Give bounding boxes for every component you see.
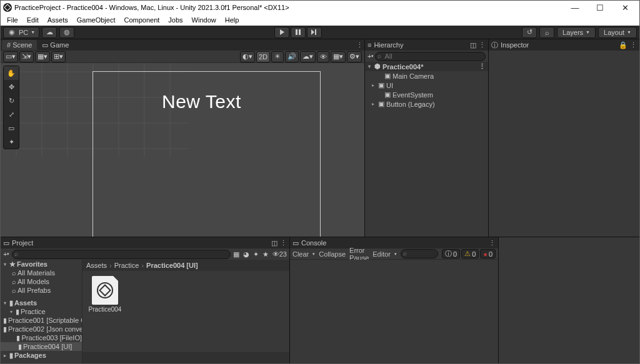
console-editor-dropdown[interactable]: Editor xyxy=(372,250,391,258)
warn-count-badge[interactable]: ⚠0 xyxy=(461,249,479,258)
canvas-text-object[interactable]: New Text xyxy=(162,91,241,112)
fav-all-prefabs[interactable]: ⌕All Prefabs xyxy=(1,286,82,295)
hierarchy-item-main-camera[interactable]: ▣ Main Camera xyxy=(365,71,488,81)
shading-mode-button[interactable]: ◐▾ xyxy=(240,51,255,62)
tab-scene[interactable]: #Scene xyxy=(2,40,37,50)
packages-header[interactable]: ▸▮Packages xyxy=(1,351,82,360)
error-count-badge[interactable]: ●0 xyxy=(480,249,496,258)
hierarchy-panel: ≡Hierarchy ◫⋮ +▾ All ▾ ⬢ Practice004* ⋮ xyxy=(365,39,489,237)
visibility-toggle[interactable]: 👁 xyxy=(317,51,329,62)
hierarchy-item-eventsystem[interactable]: ▣ EventSystem xyxy=(365,90,488,99)
step-button[interactable] xyxy=(307,27,322,38)
move-tool[interactable]: ✥ xyxy=(4,80,19,94)
audio-toggle[interactable]: 🔊 xyxy=(285,51,299,62)
rotate-tool[interactable]: ↻ xyxy=(4,94,19,107)
create-dropdown[interactable]: +▾ xyxy=(368,52,374,60)
pivot-button[interactable]: ⇲▾ xyxy=(19,51,34,62)
rect-tool[interactable]: ▭ xyxy=(4,121,19,135)
panel-maximize-icon[interactable]: ◫ xyxy=(271,239,278,247)
hidden-count-icon[interactable]: 👁23 xyxy=(272,250,287,258)
crumb-assets[interactable]: Assets xyxy=(86,262,107,269)
maximize-button[interactable]: ☐ xyxy=(592,2,608,13)
2d-toggle[interactable]: 2D xyxy=(256,51,270,62)
console-title: Console xyxy=(301,239,326,247)
context-menu-icon[interactable]: ⋮ xyxy=(489,239,496,247)
grid-snap-button[interactable]: ▦▾ xyxy=(35,51,50,62)
hierarchy-tree: ▾ ⬢ Practice004* ⋮ ▣ Main Camera ▸ ▣ UI xyxy=(365,62,488,237)
project-search[interactable] xyxy=(12,250,230,259)
tool-handle-button[interactable]: ▭▾ xyxy=(3,51,18,62)
folder-practice001[interactable]: ▮Practice001 [Scriptable O xyxy=(1,316,82,325)
folder-practice002[interactable]: ▮Practice002 [Json conve xyxy=(1,325,82,333)
gizmos-button[interactable]: ⚙▾ xyxy=(347,51,362,62)
context-menu-icon[interactable]: ⋮ xyxy=(479,41,486,49)
hand-tool[interactable]: ✋ xyxy=(4,66,19,80)
close-button[interactable]: ✕ xyxy=(617,2,633,13)
scale-tool[interactable]: ⤢ xyxy=(4,107,19,121)
search-scope-icon[interactable]: ▦ xyxy=(233,250,239,258)
console-clear-button[interactable]: Clear xyxy=(292,250,309,258)
gameobject-icon: ▣ xyxy=(384,91,391,99)
folder-icon: ▮ xyxy=(9,352,13,360)
asset-scene-practice004[interactable]: Practice004 xyxy=(88,276,122,313)
folder-practice004[interactable]: ▮Practice004 [UI] xyxy=(1,342,82,351)
transform-tool[interactable]: ✦ xyxy=(4,135,19,149)
layers-dropdown[interactable]: Layers▼ xyxy=(557,27,596,38)
hierarchy-scene-row[interactable]: ▾ ⬢ Practice004* ⋮ xyxy=(365,62,488,71)
project-create-dropdown[interactable]: +▾ xyxy=(3,250,9,258)
menu-file[interactable]: File xyxy=(3,16,22,24)
menu-jobs[interactable]: Jobs xyxy=(164,16,186,24)
layout-dropdown[interactable]: Layout▼ xyxy=(598,27,637,38)
snap-increment-button[interactable]: ⊞▾ xyxy=(51,51,66,62)
fx-toggle[interactable]: ☁▾ xyxy=(300,51,316,62)
menu-gameobject[interactable]: GameObject xyxy=(73,16,119,24)
assets-header[interactable]: ▾▮Assets xyxy=(1,298,82,307)
lock-icon[interactable]: 🔒 xyxy=(619,41,628,49)
fav-all-materials[interactable]: ⌕All Materials xyxy=(1,268,82,277)
camera-button[interactable]: ▦▾ xyxy=(331,51,346,62)
info-count-badge[interactable]: ⓘ0 xyxy=(442,249,460,258)
menu-assets[interactable]: Assets xyxy=(44,16,72,24)
console-errorpause-button[interactable]: Error Pause xyxy=(349,247,369,262)
hierarchy-search[interactable]: All xyxy=(375,52,486,61)
console-icon: ▭ xyxy=(292,239,299,247)
hierarchy-item-ui[interactable]: ▸ ▣ UI xyxy=(365,81,488,90)
camera-icon: ▣ xyxy=(384,72,391,80)
menu-component[interactable]: Component xyxy=(120,16,163,24)
favorites-header[interactable]: ▾★Favorites xyxy=(1,260,82,268)
favorite-icon[interactable]: ★ xyxy=(262,250,269,258)
crumb-practice[interactable]: Practice xyxy=(114,262,139,269)
project-breadcrumb: Assets › Practice › Practice004 [UI] xyxy=(82,260,289,271)
play-button[interactable] xyxy=(274,27,289,38)
menu-help[interactable]: Help xyxy=(221,16,243,24)
menu-window[interactable]: Window xyxy=(188,16,220,24)
menu-edit[interactable]: Edit xyxy=(23,16,42,24)
context-menu-icon[interactable]: ⋮ xyxy=(356,41,363,49)
panel-maximize-icon[interactable]: ◫ xyxy=(470,41,476,49)
lighting-toggle[interactable]: ☀ xyxy=(271,51,284,62)
console-search[interactable] xyxy=(401,249,438,258)
menubar: File Edit Assets GameObject Component Jo… xyxy=(1,14,639,26)
folder-practice003[interactable]: ▮Practice003 [FileIO] xyxy=(1,333,82,342)
scene-context-icon[interactable]: ⋮ xyxy=(479,62,488,71)
console-collapse-button[interactable]: Collapse xyxy=(319,250,346,258)
tab-game[interactable]: ▭Game xyxy=(37,40,74,51)
services-button[interactable]: ◍ xyxy=(59,27,74,38)
account-button[interactable]: ◉PC▼ xyxy=(3,27,39,38)
hierarchy-item-button[interactable]: ▸ ▣ Button (Legacy) xyxy=(365,99,488,109)
fav-all-models[interactable]: ⌕All Models xyxy=(1,277,82,286)
pause-button[interactable] xyxy=(291,27,306,38)
cloud-button[interactable]: ☁ xyxy=(42,27,57,38)
scene-viewport[interactable]: New Text ✋ ✥ ↻ ⤢ ▭ ✦ xyxy=(1,63,364,237)
context-menu-icon[interactable]: ⋮ xyxy=(280,239,287,247)
filter-tag-icon[interactable]: ✦ xyxy=(253,250,259,258)
undo-history-button[interactable]: ↺ xyxy=(522,27,537,38)
minimize-button[interactable]: — xyxy=(567,2,583,13)
crumb-current[interactable]: Practice004 [UI] xyxy=(146,262,198,269)
filter-icon[interactable]: ◕ xyxy=(243,250,249,258)
context-menu-icon[interactable]: ⋮ xyxy=(630,41,637,49)
search-button[interactable]: ⌕ xyxy=(539,27,554,38)
project-assets-grid[interactable]: Practice004 xyxy=(82,271,289,352)
folder-practice[interactable]: ▾▮Practice xyxy=(1,307,82,316)
console-body[interactable] xyxy=(290,260,498,363)
